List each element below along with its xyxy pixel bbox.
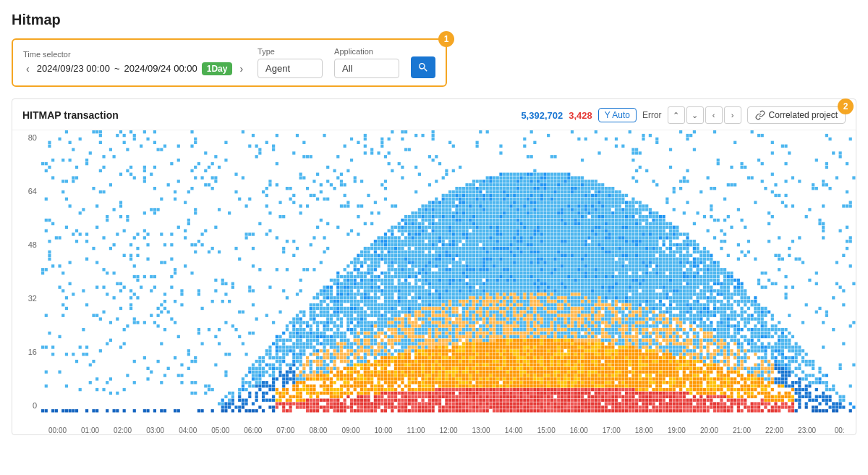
x-label-7: 07:00 xyxy=(269,426,302,434)
chart-container: HITMAP transaction 5,392,702 3,428 Y Aut… xyxy=(12,98,856,435)
badge-1: 1 xyxy=(438,31,454,47)
search-icon xyxy=(417,62,429,73)
time-row: ‹ 2024/09/23 00:00 ~ 2024/09/24 00:00 1D… xyxy=(23,62,246,76)
stat-red: 3,428 xyxy=(569,110,592,121)
app-section: Application xyxy=(334,47,399,78)
app-label: Application xyxy=(334,47,399,56)
time-prev-button[interactable]: ‹ xyxy=(23,62,33,76)
toolbar: 1 Time selector ‹ 2024/09/23 00:00 ~ 202… xyxy=(12,38,447,87)
y-label-16: 16 xyxy=(28,348,37,356)
chart-title: HITMAP transaction xyxy=(22,109,119,121)
chart-header: HITMAP transaction 5,392,702 3,428 Y Aut… xyxy=(12,99,856,130)
x-label-11: 11:00 xyxy=(400,426,433,434)
x-label-3: 03:00 xyxy=(139,426,171,434)
time-selector-label: Time selector xyxy=(23,50,246,59)
chart-area: 80 64 48 32 16 0 00:00 01:00 02:00 03:00… xyxy=(12,130,856,434)
type-label: Type xyxy=(258,47,323,56)
x-label-20: 20:00 xyxy=(693,426,726,434)
y-label-48: 48 xyxy=(28,240,37,249)
x-label-12: 12:00 xyxy=(433,426,465,434)
x-label-1: 01:00 xyxy=(74,426,106,434)
x-label-9: 09:00 xyxy=(334,426,367,434)
x-label-14: 14:00 xyxy=(498,426,530,434)
x-label-23: 23:00 xyxy=(791,426,823,434)
x-label-2: 02:00 xyxy=(106,426,139,434)
nav-left-button[interactable]: ‹ xyxy=(705,106,723,124)
time-next-button[interactable]: › xyxy=(237,62,246,76)
stat-blue: 5,392,702 xyxy=(521,110,563,121)
page: Hitmap 1 Time selector ‹ 2024/09/23 00:0… xyxy=(0,0,868,475)
x-label-13: 13:00 xyxy=(465,426,498,434)
link-icon xyxy=(755,110,765,120)
x-label-0: 00:00 xyxy=(41,426,74,434)
x-label-24: 00: xyxy=(823,426,856,434)
y-label-0: 0 xyxy=(33,401,37,410)
page-title: Hitmap xyxy=(12,12,856,28)
type-section: Type xyxy=(258,47,323,78)
heatmap-wrapper xyxy=(41,130,856,413)
app-input[interactable] xyxy=(334,59,399,78)
x-label-10: 10:00 xyxy=(367,426,399,434)
time-sep: ~ xyxy=(114,63,120,74)
x-label-15: 15:00 xyxy=(530,426,563,434)
nav-down-button[interactable]: ⌄ xyxy=(686,106,704,124)
correlated-project-button[interactable]: 2 Correlated project xyxy=(747,106,846,124)
x-label-22: 22:00 xyxy=(758,426,791,434)
x-label-5: 05:00 xyxy=(204,426,237,434)
heatmap-canvas[interactable] xyxy=(41,130,856,413)
x-label-4: 04:00 xyxy=(171,426,204,434)
time-from: 2024/09/23 00:00 xyxy=(37,63,110,74)
nav-up-button[interactable]: ⌃ xyxy=(668,106,685,124)
badge-2: 2 xyxy=(838,98,854,114)
nav-right-button[interactable]: › xyxy=(724,106,741,124)
x-axis: 00:00 01:00 02:00 03:00 04:00 05:00 06:0… xyxy=(41,414,856,434)
time-to: 2024/09/24 00:00 xyxy=(124,63,197,74)
y-axis: 80 64 48 32 16 0 xyxy=(12,130,40,413)
y-label-32: 32 xyxy=(28,294,37,303)
day-badge[interactable]: 1Day xyxy=(202,62,233,75)
error-label: Error xyxy=(642,110,662,120)
x-label-21: 21:00 xyxy=(726,426,758,434)
x-label-16: 16:00 xyxy=(563,426,595,434)
time-section: Time selector ‹ 2024/09/23 00:00 ~ 2024/… xyxy=(23,50,246,76)
y-auto-button[interactable]: Y Auto xyxy=(598,108,637,122)
nav-buttons: ⌃ ⌄ ‹ › xyxy=(668,106,741,124)
chart-stats: 5,392,702 3,428 Y Auto Error ⌃ ⌄ ‹ › 2 C… xyxy=(521,106,846,124)
y-label-80: 80 xyxy=(28,133,37,142)
type-input[interactable] xyxy=(258,59,323,78)
y-label-64: 64 xyxy=(28,187,37,196)
x-label-18: 18:00 xyxy=(628,426,660,434)
x-label-8: 08:00 xyxy=(302,426,334,434)
x-label-6: 06:00 xyxy=(237,426,269,434)
x-label-19: 19:00 xyxy=(660,426,693,434)
search-button[interactable] xyxy=(411,56,435,78)
x-label-17: 17:00 xyxy=(595,426,628,434)
correlated-project-label: Correlated project xyxy=(769,110,838,120)
